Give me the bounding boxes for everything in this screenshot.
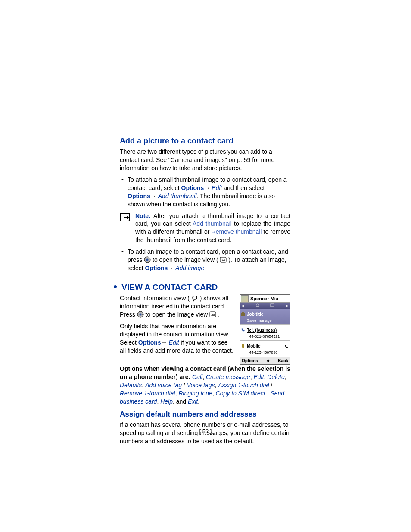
call-handset-icon [284,344,289,350]
contact-thumbnail [241,295,249,302]
option-item: Defaults [120,382,142,389]
text: . [204,264,206,271]
svg-rect-10 [242,312,244,313]
phone-tabbar: ◄ ► [240,303,290,309]
option-item: Create message [206,373,250,380]
page-number: [ 52 ] [0,428,411,436]
tab-image-icon [270,303,274,309]
bullet-item: To attach a small thumbnail image to a c… [128,176,290,208]
heading-add-picture: Add a picture to a contact card [120,136,290,146]
contact-info-icon [191,295,198,302]
softkey-left: Options [242,358,258,364]
bullet-item: To add an image to a contact card, open … [128,248,290,272]
phone-softkey-bar: Options ◆ Back [240,357,290,365]
text: to open the image view ( [153,256,218,263]
paragraph: Only fields that have information are di… [120,322,234,355]
section-bullet-icon [114,285,117,288]
option-item: Voice tags [187,382,215,389]
option-item: Delete [267,373,284,380]
phone-field-tel-business: Tel. (business) +44-321-87654321 [240,325,290,341]
add-image-menu: Add image [175,264,204,271]
svg-point-6 [139,314,141,316]
contact-name: Spencer Mia [250,296,278,302]
content-with-figure: Contact information view ( ) shows all i… [120,294,290,365]
edit-menu: Edit [212,184,222,191]
bullet-list-2: To add an image to a contact card, open … [120,248,290,272]
option-item: Copy to SIM direct. [216,390,267,397]
note-icon [120,213,131,222]
option-item: Remove 1-touch dial [120,390,175,397]
options-keyword: Options [138,339,161,346]
note-block: Note: After you attach a thumbnail image… [120,212,290,245]
options-keyword: Options [181,184,204,191]
mobile-icon [241,342,246,347]
add-thumbnail-menu: Add thumbnail [158,193,197,199]
option-item: Ringing tone [178,390,212,397]
option-item: Assign 1-touch dial [218,382,269,389]
heading-view-contact: View a contact card [114,282,290,293]
option-item: Exit [188,398,198,405]
softkey-right: Back [278,358,288,364]
paragraph: Contact information view ( ) shows all i… [120,294,234,319]
svg-rect-9 [241,313,245,316]
options-keyword: Options [128,193,150,199]
text: and then select [224,184,265,191]
phone-icon [241,326,246,331]
image-view-icon [220,256,227,263]
remove-thumbnail-link: Remove thumbnail [212,228,262,235]
option-item: Edit [253,373,264,380]
add-thumbnail-link: Add thumbnail [193,220,232,227]
option-item: Call [192,373,202,380]
option-item: Add voice tag [145,382,182,389]
phone-titlebar: Spencer Mia [240,295,290,303]
svg-point-2 [146,259,149,261]
phone-field-mobile: Mobile +44-123-4567890 [240,341,290,357]
options-lead: Options when viewing a contact card (whe… [120,365,290,380]
phone-screenshot-figure: Spencer Mia ◄ ► Job title Sales manager [240,294,290,365]
intro-paragraph: There are two different types of picture… [120,148,290,172]
nav-key-icon [137,311,144,318]
tab-arrow-left-icon: ◄ [241,303,245,308]
nav-key-icon [144,256,151,263]
phone-field-jobtitle: Job title Sales manager [240,309,290,325]
svg-rect-8 [271,304,274,307]
briefcase-icon [241,310,246,315]
text: and [176,398,186,405]
document-page: Add a picture to a contact card There ar… [0,0,411,532]
edit-menu: Edit [169,339,179,346]
tab-arrow-right-icon: ► [285,303,289,308]
options-list-paragraph: Options when viewing a contact card (whe… [120,365,290,405]
svg-point-4 [193,300,194,301]
svg-rect-11 [242,344,244,348]
options-keyword: Options [145,264,168,271]
heading-assign-defaults: Assign default numbers and addresses [120,410,290,420]
softkey-middle-icon: ◆ [267,358,269,363]
tab-contact-icon [255,303,260,309]
bullet-list-1: To attach a small thumbnail image to a c… [120,176,290,208]
note-label: Note: [135,212,151,219]
option-item: Help [160,398,173,405]
image-view-icon [209,311,216,318]
